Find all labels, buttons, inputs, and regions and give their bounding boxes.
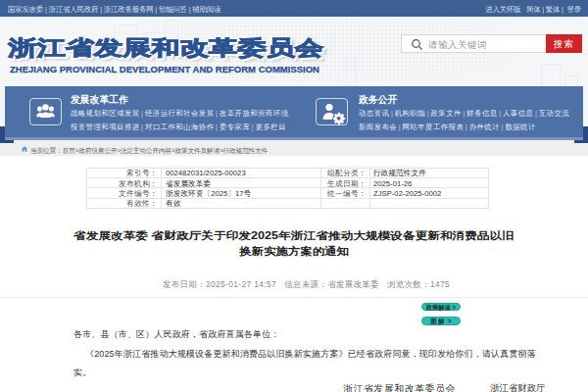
svg-text:换新实施方案的通知: 换新实施方案的通知 [238, 245, 349, 257]
svg-text:浙江省发展和改革委员会: 浙江省发展和改革委员会 [7, 36, 325, 59]
svg-text:省发展改革委 省财政厅关于印发2025年浙江省推动大规模设备: 省发展改革委 省财政厅关于印发2025年浙江省推动大规模设备更新和消费品以旧 [73, 229, 514, 241]
svg-text:ZHEJIANG PROVINCIAL DEVELOPMEN: ZHEJIANG PROVINCIAL DEVELOPMENT AND REFO… [10, 64, 319, 74]
